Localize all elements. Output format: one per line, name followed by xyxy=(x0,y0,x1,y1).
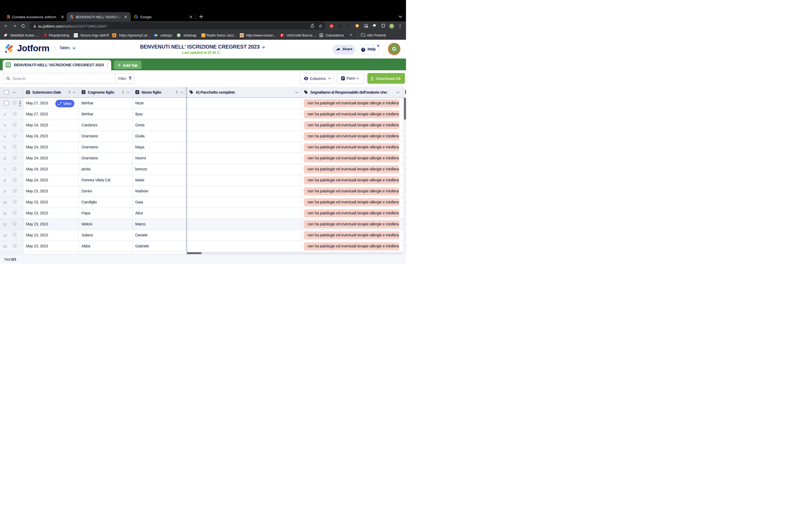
svg-text:T: T xyxy=(137,91,138,94)
svg-text:99+: 99+ xyxy=(177,34,180,36)
svg-text:T: T xyxy=(83,91,84,94)
svg-text:M: M xyxy=(240,33,243,37)
svg-text:10: 10 xyxy=(27,92,29,94)
svg-text:a: a xyxy=(114,34,115,37)
